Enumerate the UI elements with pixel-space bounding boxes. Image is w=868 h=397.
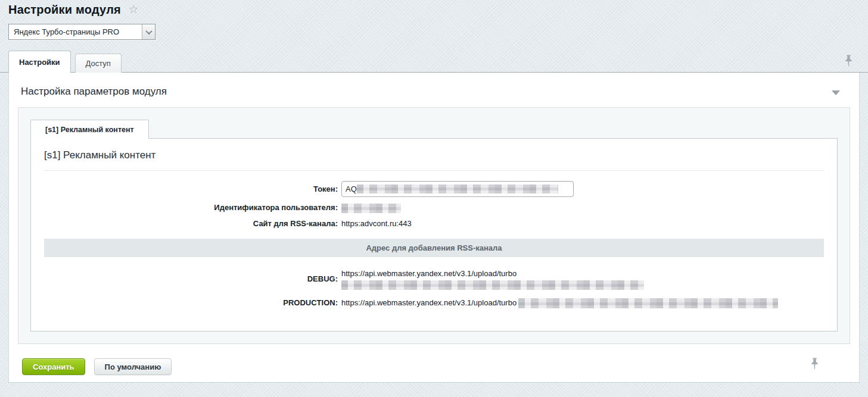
pin-icon-top[interactable] [844,55,853,67]
pin-icon-bottom[interactable] [810,358,819,370]
token-label: Токен: [44,184,341,195]
select-arrow-box[interactable] [142,24,155,39]
user-id-label: Идентификатора пользователя: [44,202,341,213]
module-inner-tab[interactable]: [s1] Рекламный контент [30,120,149,139]
module-settings-box: [s1] Рекламный контент [s1] Рекламный ко… [18,107,850,344]
collapse-triangle-icon[interactable] [832,90,840,95]
debug-row: DEBUG: https://api.webmaster.yandex.net/… [44,268,824,290]
production-url: https://api.webmaster.yandex.net/v3.1/up… [341,298,517,307]
settings-panel: Настройка параметров модуля [s1] Рекламн… [8,73,860,383]
divider [44,170,824,171]
panel-title: Настройка параметров модуля [21,86,167,97]
production-value-wrap: https://api.webmaster.yandex.net/v3.1/up… [341,298,778,308]
save-button[interactable]: Сохранить [22,358,85,375]
tab-settings[interactable]: Настройки [8,51,71,73]
production-redacted-suffix [518,298,778,308]
user-id-redacted-value [341,204,401,213]
rss-address-header: Адрес для добавления RSS-канала [44,239,824,257]
rss-site-row: Сайт для RSS-канала: https:advcont.ru:44… [44,218,824,229]
page-header: Настройки модуля ☆ [0,0,868,17]
module-select-value: Яндекс Турбо-страницы PRO [9,27,142,36]
rss-site-label: Сайт для RSS-канала: [44,218,341,229]
module-select[interactable]: Яндекс Турбо-страницы PRO [8,24,155,40]
token-redacted-value [357,185,558,193]
favorite-star-icon[interactable]: ☆ [128,2,138,16]
chevron-down-icon [145,27,152,34]
token-row: Токен: [44,181,824,197]
module-inner-content: [s1] Рекламный контент Токен: Идентифика… [30,138,838,332]
page-title: Настройки модуля [8,3,121,17]
user-id-value-wrap [341,202,401,213]
default-button[interactable]: По умолчанию [94,358,172,375]
user-id-row: Идентификатора пользователя: [44,202,824,213]
production-row: PRODUCTION: https://api.webmaster.yandex… [44,298,824,308]
production-label: PRODUCTION: [44,298,341,308]
main-tabbar: Настройки Доступ [0,51,868,73]
tab-access[interactable]: Доступ [75,54,122,73]
token-field-wrap [341,181,574,197]
debug-redacted-line [341,280,644,290]
inner-heading: [s1] Рекламный контент [44,149,824,161]
debug-value-wrap: https://api.webmaster.yandex.net/v3.1/up… [341,268,644,290]
debug-label: DEBUG: [44,274,341,285]
footer-buttons: Сохранить По умолчанию [22,358,172,375]
debug-url: https://api.webmaster.yandex.net/v3.1/up… [341,268,644,279]
rss-site-value: https:advcont.ru:443 [341,218,412,229]
panel-header: Настройка параметров модуля [9,73,859,107]
